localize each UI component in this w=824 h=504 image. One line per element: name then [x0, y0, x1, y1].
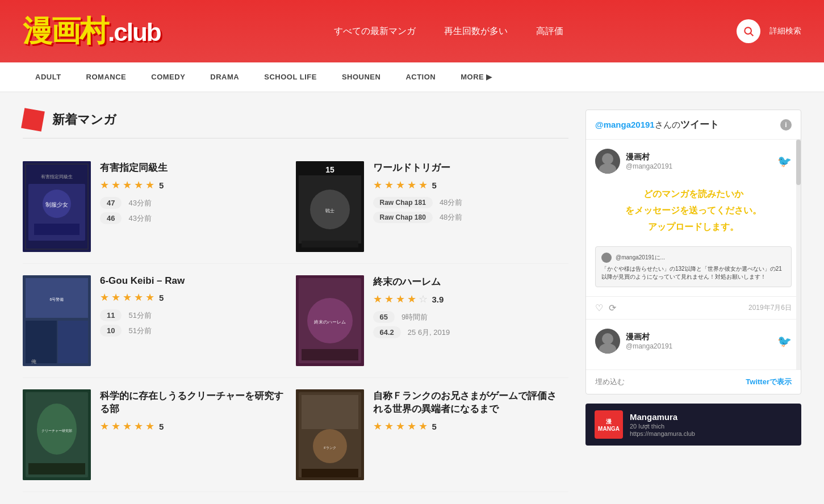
- svg-rect-36: [302, 469, 358, 477]
- svg-text:終末のハーレム: 終末のハーレム: [313, 320, 346, 325]
- chapter-badge[interactable]: Raw Chap 180: [373, 212, 433, 223]
- manga-item[interactable]: クリーチャー研究部 科学的に存在しうるクリーチャーを研究する部 ★ ★ ★ ★ …: [23, 378, 296, 492]
- section-icon: [21, 108, 45, 132]
- tweet-avatar: [595, 149, 620, 174]
- manga-cover[interactable]: 6号警備 俺: [23, 275, 91, 366]
- genre-action[interactable]: ACTION: [393, 62, 448, 91]
- star-5: ★: [145, 291, 154, 304]
- twitter-name-2: 漫画村: [626, 332, 672, 342]
- svg-rect-19: [58, 321, 88, 363]
- star-4: ★: [134, 179, 143, 191]
- manga-cover[interactable]: 15 戦士: [296, 161, 364, 252]
- chapter-row: 11 51分前: [100, 309, 285, 321]
- nav-top-rated[interactable]: 高評価: [536, 26, 563, 36]
- tweet-date: 2019年7月6日: [748, 303, 792, 313]
- chapter-row: 65 9時間前: [373, 311, 563, 323]
- genre-more[interactable]: MORE ▶: [448, 62, 505, 91]
- chapter-badge[interactable]: Raw Chap 181: [373, 197, 433, 208]
- logo[interactable]: 漫画村.club: [23, 11, 161, 51]
- chapter-badge[interactable]: 65: [373, 311, 395, 323]
- genre-school-life[interactable]: SCHOOL LIFE: [252, 62, 329, 91]
- svg-rect-7: [34, 224, 80, 235]
- content-area: 新着マンガ 有害指定同級生 制服少女: [23, 110, 568, 492]
- search-icon: [743, 26, 754, 37]
- rating-number: 5: [159, 180, 164, 190]
- chapter-badge[interactable]: 46: [100, 212, 122, 224]
- star-rating: ★ ★ ★ ★ ★ 5: [373, 179, 563, 191]
- genre-nav: ADULT ROMANCE COMEDY DRAMA SCHOOL LIFE S…: [0, 62, 824, 93]
- mangamura-ad[interactable]: 漫MANGA Mangamura 20 lượt thich https://m…: [585, 404, 801, 446]
- genre-drama[interactable]: DRAMA: [198, 62, 252, 91]
- ad-icon: 漫MANGA: [595, 410, 623, 439]
- genre-comedy[interactable]: COMEDY: [139, 62, 198, 91]
- manga-item[interactable]: 6号警備 俺 6-Gou Keibi – Raw ★ ★ ★ ★: [23, 264, 296, 378]
- cover-placeholder: Fランク: [296, 389, 364, 480]
- manga-info: 科学的に存在しうるクリーチャーを研究する部 ★ ★ ★ ★ ★ 5: [100, 389, 285, 480]
- manga-cover[interactable]: 有害指定同級生 制服少女: [23, 161, 91, 252]
- chapter-badge[interactable]: 10: [100, 325, 122, 337]
- twitter-bird-icon: 🐦: [777, 154, 792, 168]
- genre-adult[interactable]: ADULT: [23, 62, 74, 91]
- ad-likes: 20 lượt thich: [630, 423, 695, 430]
- heart-icon[interactable]: ♡: [595, 303, 603, 313]
- chapter-time: 51分前: [128, 310, 151, 321]
- star-1: ★: [100, 291, 109, 304]
- search-button[interactable]: [737, 19, 760, 43]
- main-container: 新着マンガ 有害指定同級生 制服少女: [0, 93, 824, 504]
- rating-number: 5: [432, 180, 437, 190]
- tweet-avatar-2: [595, 329, 620, 354]
- manga-title[interactable]: ワールドトリガー: [373, 161, 563, 174]
- manga-title[interactable]: 6-Gou Keibi – Raw: [100, 275, 285, 287]
- manga-cover[interactable]: 終末のハーレム: [296, 275, 364, 366]
- chapter-badge[interactable]: 11: [100, 309, 122, 321]
- ad-url: https://mangamura.club: [630, 430, 695, 437]
- manga-item[interactable]: 有害指定同級生 制服少女 有害指定同級生 ★ ★ ★ ★: [23, 150, 296, 264]
- chapter-row: Raw Chap 181 48分前: [373, 197, 563, 208]
- cover-placeholder: 有害指定同級生 制服少女: [23, 161, 91, 252]
- star-1: ★: [100, 179, 109, 191]
- chapter-time: 48分前: [440, 212, 462, 222]
- manga-info: 終末のハーレム ★ ★ ★ ★ ☆ 3.9 65 9時間前 64.2: [373, 275, 563, 366]
- tweet-preview: @manga20191に... 「かぐや様は告らせたい」の132以降と「世界か彼…: [595, 246, 792, 287]
- ad-info: Mangamura 20 lượt thich https://mangamur…: [630, 412, 695, 437]
- manga-item[interactable]: 15 戦士 ワールドトリガー ★ ★ ★ ★: [296, 150, 569, 264]
- manga-item[interactable]: 終末のハーレム 終末のハーレム ★ ★ ★ ★ ☆ 3.9: [296, 264, 569, 378]
- retweet-icon[interactable]: ⟳: [609, 303, 616, 313]
- manga-title[interactable]: 有害指定同級生: [100, 161, 285, 174]
- genre-romance[interactable]: ROMANCE: [74, 62, 139, 91]
- nav-latest[interactable]: すべての最新マンガ: [334, 26, 416, 36]
- manga-item[interactable]: Fランク 自称Ｆランクのお兄さまがゲームで評価される世界の異端者になるまで ★ …: [296, 378, 569, 492]
- header: 漫画村.club すべての最新マンガ 再生回数が多い 高評価 詳細検索: [0, 0, 824, 62]
- section-heading: 新着マンガ: [52, 111, 116, 128]
- advanced-search-link[interactable]: 詳細検索: [769, 26, 801, 36]
- genre-shounen[interactable]: SHOUNEN: [329, 62, 394, 91]
- chapter-badge[interactable]: 47: [100, 197, 122, 209]
- manga-title[interactable]: 終末のハーレム: [373, 275, 563, 288]
- twitter-display-link[interactable]: Twitterで表示: [746, 377, 792, 387]
- scroll-track: [796, 140, 801, 370]
- chapter-time: 43分前: [128, 198, 151, 208]
- chapter-row: 64.2 25 6月, 2019: [373, 326, 563, 338]
- star-4: ★: [134, 420, 143, 432]
- scroll-thumb[interactable]: [796, 140, 801, 185]
- preview-handle: @manga20191に...: [616, 254, 665, 261]
- nav-popular[interactable]: 再生回数が多い: [444, 26, 508, 36]
- manga-cover[interactable]: クリーチャー研究部: [23, 389, 91, 480]
- star-1: ★: [100, 420, 109, 432]
- twitter-at-2: @manga20191: [626, 342, 672, 350]
- tweet-header: @manga20191さんのツイート i: [586, 110, 801, 140]
- rating-number: 5: [159, 293, 164, 303]
- star-rating: ★ ★ ★ ★ ★ 5: [100, 420, 285, 432]
- star-3: ★: [123, 291, 132, 304]
- chapter-badge[interactable]: 64.2: [373, 326, 401, 338]
- svg-text:制服少女: 制服少女: [45, 201, 68, 208]
- embed-link[interactable]: 埋め込む: [595, 377, 625, 387]
- star-1: ★: [373, 179, 382, 191]
- manga-title[interactable]: 科学的に存在しうるクリーチャーを研究する部: [100, 389, 285, 415]
- info-icon[interactable]: i: [780, 119, 792, 131]
- svg-text:俺: 俺: [31, 359, 36, 364]
- manga-cover[interactable]: Fランク: [296, 389, 364, 480]
- star-5: ☆: [419, 293, 428, 305]
- tweet-header-text: @manga20191さんのツイート: [595, 118, 719, 131]
- manga-title[interactable]: 自称Ｆランクのお兄さまがゲームで評価される世界の異端者になるまで: [373, 389, 563, 415]
